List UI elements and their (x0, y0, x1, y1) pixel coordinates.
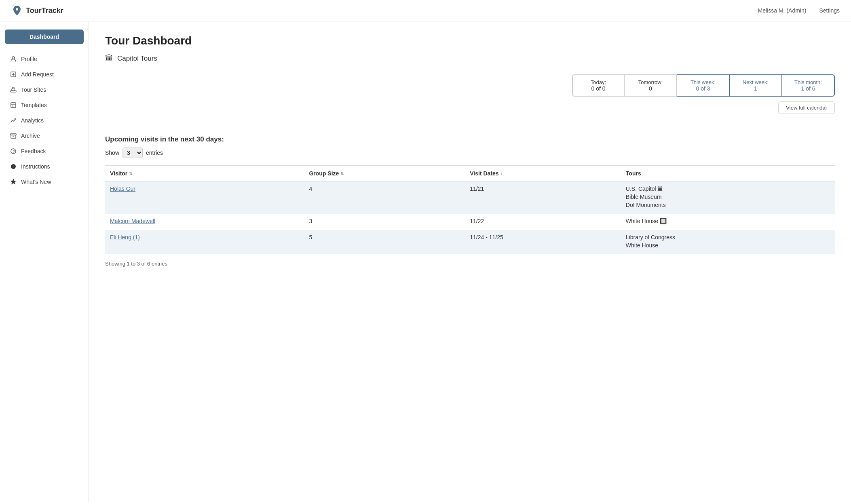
stat-this-month[interactable]: This month: 1 of 6 (782, 74, 835, 97)
view-full-calendar-button[interactable]: View full calendar (778, 101, 835, 114)
entries-label: entries (146, 150, 163, 156)
archive-icon (10, 132, 17, 139)
visitor-link[interactable]: Eli Heng (1) (110, 234, 140, 240)
col-visitor[interactable]: Visitor ⇅ (105, 166, 304, 181)
templates-icon (10, 101, 17, 109)
sidebar-item-whats-new[interactable]: What's New (5, 175, 84, 189)
cell-visit-dates: 11/24 - 11/25 (465, 230, 621, 254)
sidebar-item-tour-sites[interactable]: Tour Sites (5, 83, 84, 97)
app-logo: TourTrackr (11, 5, 63, 16)
tour-entry: DoI Monuments (626, 202, 830, 208)
visitor-sort-icon: ⇅ (129, 171, 132, 176)
stat-tomorrow-label: Tomorrow: (634, 79, 667, 85)
sidebar-item-profile[interactable]: Profile (5, 52, 84, 66)
tour-entry: Library of Congress (626, 234, 830, 240)
visit-dates-sort-icon: ↑ (500, 171, 503, 176)
visitor-link[interactable]: Holas Gur (110, 186, 135, 192)
view-calendar-row: View full calendar (105, 101, 835, 114)
tour-org: 🏛 Capitol Tours (105, 54, 835, 63)
tour-entry: U.S. Capitol 🏛 (626, 186, 830, 192)
stat-tomorrow-value: 0 (634, 85, 667, 92)
app-layout: Dashboard Profile Add Request Tour Sites (0, 21, 851, 502)
col-tours: Tours (621, 166, 835, 181)
visits-table: Visitor ⇅ Group Size ⇅ Visit Dates (105, 165, 835, 254)
sidebar: Dashboard Profile Add Request Tour Sites (0, 21, 89, 502)
upcoming-title: Upcoming visits in the next 30 days: (105, 135, 835, 143)
sidebar-label-instructions: Instructions (21, 163, 50, 170)
stat-this-week-label: This week: (687, 79, 719, 85)
sidebar-item-templates[interactable]: Templates (5, 98, 84, 112)
stat-today-value: 0 of 0 (583, 85, 614, 92)
visitor-link[interactable]: Malcom Madewell (110, 218, 155, 224)
tour-entry: White House 🔲 (626, 218, 830, 224)
sidebar-item-feedback[interactable]: ? Feedback (5, 144, 84, 158)
instructions-icon: i (10, 163, 17, 170)
sidebar-label-tour-sites: Tour Sites (21, 86, 46, 93)
header-user: Melissa M. (Admin) (758, 7, 807, 14)
svg-point-1 (12, 57, 15, 59)
stat-this-month-label: This month: (792, 79, 824, 85)
cell-tours: White House 🔲 (621, 214, 835, 230)
cell-tours: Library of CongressWhite House (621, 230, 835, 254)
svg-text:?: ? (13, 150, 15, 154)
cell-visitor: Holas Gur (105, 181, 304, 214)
stat-today-label: Today: (583, 79, 614, 85)
page-title: Tour Dashboard (105, 34, 835, 47)
sidebar-item-analytics[interactable]: Analytics (5, 114, 84, 127)
svg-point-0 (16, 8, 18, 11)
tour-entry: White House (626, 242, 830, 249)
sidebar-label-archive: Archive (21, 133, 40, 139)
cell-visitor: Malcom Madewell (105, 214, 304, 230)
org-name: Capitol Tours (117, 55, 157, 63)
cell-visit-dates: 11/21 (465, 181, 621, 214)
divider (105, 127, 835, 127)
cell-tours: U.S. Capitol 🏛Bible MuseumDoI Monuments (621, 181, 835, 214)
stat-next-week-label: Next week: (739, 79, 772, 85)
settings-link[interactable]: Settings (819, 7, 840, 14)
tour-entry: Bible Museum (626, 194, 830, 200)
sidebar-item-add-request[interactable]: Add Request (5, 67, 84, 81)
table-row: Holas Gur 4 11/21 U.S. Capitol 🏛Bible Mu… (105, 181, 835, 214)
sidebar-nav: Profile Add Request Tour Sites Templates (5, 52, 84, 189)
logo-icon (11, 5, 23, 16)
tour-sites-icon (10, 86, 17, 93)
svg-rect-8 (11, 103, 16, 108)
sidebar-item-archive[interactable]: Archive (5, 129, 84, 143)
cell-group-size: 3 (304, 214, 465, 230)
feedback-icon: ? (10, 148, 17, 155)
cell-group-size: 4 (304, 181, 465, 214)
svg-rect-13 (11, 135, 16, 138)
table-footer: Showing 1 to 3 of 6 entries (105, 261, 835, 267)
show-entries: Show 3 5 10 25 entries (105, 148, 835, 158)
app-header: TourTrackr Melissa M. (Admin) Settings (0, 0, 851, 21)
svg-text:i: i (13, 165, 14, 169)
sidebar-item-instructions[interactable]: i Instructions (5, 160, 84, 173)
sidebar-label-profile: Profile (21, 56, 37, 62)
col-visit-dates[interactable]: Visit Dates ↑ (465, 166, 621, 181)
sidebar-label-add-request: Add Request (21, 71, 54, 78)
show-label: Show (105, 150, 119, 156)
entries-select[interactable]: 3 5 10 25 (122, 148, 143, 158)
stat-this-week[interactable]: This week: 0 of 3 (677, 74, 730, 97)
svg-rect-6 (12, 89, 15, 91)
cell-visitor: Eli Heng (1) (105, 230, 304, 254)
stat-next-week[interactable]: Next week: 1 (730, 74, 782, 97)
main-content: Tour Dashboard 🏛 Capitol Tours Today: 0 … (89, 21, 851, 502)
sidebar-label-analytics: Analytics (21, 117, 44, 124)
analytics-icon (10, 117, 17, 124)
stat-this-month-value: 1 of 6 (792, 85, 824, 92)
building-icon: 🏛 (105, 54, 113, 63)
col-group-size[interactable]: Group Size ⇅ (304, 166, 465, 181)
sidebar-label-feedback: Feedback (21, 148, 46, 154)
header-right: Melissa M. (Admin) Settings (758, 7, 840, 14)
stat-next-week-value: 1 (739, 85, 772, 92)
stat-tomorrow[interactable]: Tomorrow: 0 (625, 74, 677, 97)
svg-rect-7 (13, 87, 14, 89)
table-row: Eli Heng (1) 5 11/24 - 11/25 Library of … (105, 230, 835, 254)
stat-today[interactable]: Today: 0 of 0 (572, 74, 625, 97)
cell-visit-dates: 11/22 (465, 214, 621, 230)
whats-new-icon (10, 178, 17, 186)
group-size-sort-icon: ⇅ (340, 171, 344, 176)
dashboard-button[interactable]: Dashboard (5, 30, 84, 44)
stat-this-week-value: 0 of 3 (687, 85, 719, 92)
